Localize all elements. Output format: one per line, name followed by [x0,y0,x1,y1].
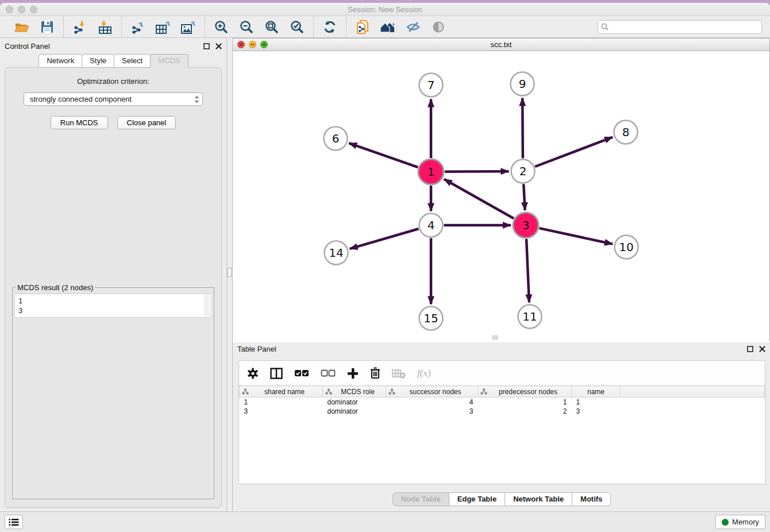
import-network-button[interactable] [71,19,89,35]
column-header-predecessor-nodes[interactable]: predecessor nodes [478,386,572,398]
network-graph[interactable]: 1234678910111415 [233,51,769,341]
network-bottom-handle[interactable] [492,336,498,340]
export-table-button[interactable] [154,19,172,35]
function-builder-button fx-icon: f(x) [417,368,431,379]
zoom-out-icon [240,20,253,34]
close-table-panel-icon[interactable] [759,346,765,352]
cell-name[interactable]: 1 [572,398,621,407]
table-settings-button gear-icon[interactable] [247,368,259,379]
graph-node-label-7: 7 [428,78,435,92]
table-header-row: shared name MCDS role [240,386,765,398]
column-header-shared-name[interactable]: shared name [240,386,323,398]
cell-predecessor-nodes[interactable]: 2 [478,407,572,416]
show-hide-details-button[interactable] [429,19,448,35]
control-panel: Control Panel Network Style Select MCDS [0,38,226,511]
network-frame-title: scc.txt [233,40,769,49]
table-row[interactable]: 3 dominator 3 2 3 [240,407,765,416]
graph-edge-4-14[interactable] [350,229,419,249]
tab-motifs[interactable]: Motifs [572,492,611,506]
graph-edge-2-9[interactable] [522,98,523,158]
clone-network-icon [356,20,369,34]
column-header-mcds-role[interactable]: MCDS role [323,386,386,398]
graph-edge-3-11[interactable] [526,239,529,303]
cell-name[interactable]: 3 [572,407,621,416]
panel-splitter[interactable] [226,38,233,511]
table-toolbar: f(x) [239,361,765,385]
zoom-out-button[interactable] [237,19,256,35]
tab-node-table[interactable]: Node Table [392,492,449,506]
cell-mcds-role[interactable]: dominator [323,398,386,407]
splitter-handle[interactable] [228,268,232,277]
graph-edge-1-2[interactable] [445,171,509,172]
optimization-criterion-label: Optimization criterion: [9,77,218,86]
toggle-graphics-details-button[interactable] [404,19,422,35]
tab-edge-table[interactable]: Edge Table [449,492,505,506]
graph-node-label-3: 3 [522,218,530,232]
apply-layout-button[interactable] [321,19,339,35]
graph-node-label-2: 2 [519,164,527,178]
graph-node-label-8: 8 [622,125,630,139]
search-field [598,20,762,34]
graph-node-label-14: 14 [329,246,343,260]
column-header-name[interactable]: name [572,386,621,398]
graph-edge-3-10[interactable] [539,228,613,244]
tab-network-table[interactable]: Network Table [505,492,572,506]
graph-node-label-6: 6 [332,132,340,145]
hierarchy-icon [388,388,395,395]
column-header-successor-nodes[interactable]: successor nodes [386,386,478,398]
graph-node-label-15: 15 [424,311,438,325]
graph-edge-2-3[interactable] [523,184,525,210]
delete-row-button trash-icon[interactable] [370,367,380,379]
list-icon [9,518,19,526]
clone-network-button[interactable] [353,19,372,35]
criterion-select[interactable]: strongly connected component [24,92,203,106]
open-session-button[interactable] [13,19,31,35]
node-table: shared name MCDS role [239,385,765,416]
mcds-result-list[interactable]: 1 3 [14,294,212,318]
network-canvas[interactable]: 1234678910111415 [233,51,769,342]
tab-style[interactable]: Style [82,54,114,68]
cell-successor-nodes[interactable]: 3 [386,407,478,416]
graph-edge-3-1[interactable] [444,179,514,218]
search-input[interactable] [598,20,762,34]
close-panel-icon[interactable] [215,43,222,49]
network-overview-button[interactable] [379,19,397,35]
save-session-button[interactable] [38,19,56,35]
unselect-all-button unchecked-boxes-icon[interactable] [321,369,336,377]
cell-shared-name[interactable]: 3 [240,407,323,416]
search-icon [601,23,609,30]
memory-button[interactable]: Memory [715,515,765,529]
zoom-selected-button[interactable] [288,19,306,35]
export-network-button[interactable] [129,19,147,35]
columns-button columns-icon[interactable] [270,368,283,379]
float-panel-icon[interactable] [203,43,210,49]
cell-predecessor-nodes[interactable]: 1 [478,398,572,407]
import-table-button[interactable] [96,19,114,35]
zoom-in-button[interactable] [212,19,230,35]
graph-edge-1-6[interactable] [349,143,418,167]
cell-successor-nodes[interactable]: 4 [386,398,478,407]
tab-network[interactable]: Network [38,54,82,68]
network-frame-titlebar[interactable]: scc.txt [233,38,769,51]
tab-select[interactable]: Select [114,54,151,68]
float-table-panel-icon[interactable] [747,346,753,352]
task-history-button[interactable] [5,515,23,529]
export-image-icon [181,20,196,34]
run-mcds-button[interactable]: Run MCDS [51,116,108,129]
tab-mcds[interactable]: MCDS [150,54,188,68]
cell-shared-name[interactable]: 1 [240,398,323,407]
save-icon [41,21,53,33]
table-row[interactable]: 1 dominator 4 1 1 [240,398,765,407]
add-row-button plus-icon[interactable] [347,368,359,379]
export-image-button[interactable] [179,19,198,35]
eye-icon [432,21,445,33]
zoom-fit-button[interactable] [263,19,281,35]
graph-edge-2-8[interactable] [535,137,613,167]
status-bar: Memory [0,511,770,532]
cell-mcds-role[interactable]: dominator [323,407,386,416]
zoom-selected-icon [290,20,304,34]
mcds-result-scrollbar[interactable] [205,295,211,317]
close-panel-button[interactable]: Close panel [117,116,176,129]
mcds-result-line: 3 [18,306,208,315]
select-all-button checked-boxes-icon[interactable] [294,369,309,377]
